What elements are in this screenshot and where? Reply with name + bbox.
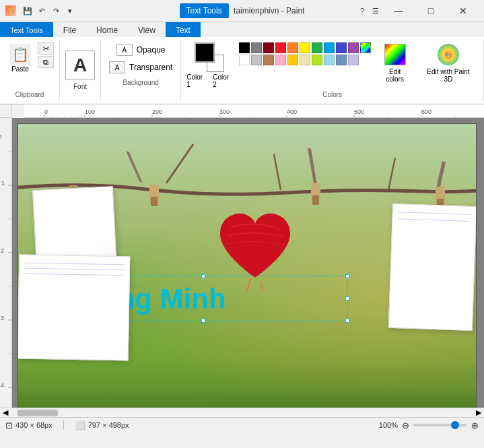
zoom-in-btn[interactable]: ⊕ [471,420,479,430]
help-icon[interactable]: ? [356,5,368,17]
color-cell[interactable] [300,42,310,53]
font-label: Font [73,83,87,90]
tab-text[interactable]: Text [166,22,201,37]
paste-button[interactable]: 📋 Paste [5,42,35,74]
color-cell[interactable] [251,42,262,53]
redo-quick-btn[interactable]: ↷ [50,5,62,17]
canvas-icon: ⬜ [75,420,85,430]
clipboard-label: Clipboard [15,91,44,98]
title-text: Text Tools taimienphivn - Paint [180,6,305,15]
selection-dimensions: 430 × 68px [15,421,53,429]
opaque-button[interactable]: A Opaque [114,42,168,57]
app-icon: 🎨 [5,5,16,16]
ruler-corner [0,104,12,118]
font-content: A Font [65,42,95,98]
title-bar: 🎨 💾 ↶ ↷ ▾ Text Tools taimienphivn - Pain… [0,0,484,22]
save-quick-btn[interactable]: 💾 [22,5,34,17]
color-cell[interactable] [275,42,286,53]
paste-icon: 📋 [9,44,31,65]
color-cell-rainbow[interactable] [360,42,371,53]
color-cell[interactable] [287,55,298,65]
color-cell[interactable] [348,55,359,65]
status-canvas-size: ⬜ 797 × 498px [75,420,129,430]
font-group: A Font [60,40,101,101]
transparent-icon: A [109,61,125,73]
canvas-dimensions: 797 × 498px [88,421,129,429]
color-cell[interactable] [275,55,286,65]
svg-rect-27 [0,118,12,408]
color-cell[interactable] [287,42,298,53]
copy-button[interactable]: ⧉ [38,56,54,68]
canvas-area: 0 1 2 3 4 [0,118,484,408]
color-cell[interactable] [239,42,250,53]
color1-box[interactable] [195,42,215,63]
transparent-button[interactable]: A Transparent [106,60,175,75]
color-cell[interactable] [324,55,335,65]
color-cell[interactable] [312,55,322,65]
handle-mr[interactable] [345,296,349,300]
color-cell[interactable] [239,55,250,65]
canvas-image[interactable]: Quang Minh [18,124,476,408]
color-cell[interactable] [263,55,274,65]
svg-text:0: 0 [0,135,3,138]
svg-rect-44 [312,195,319,205]
status-bar: ⊡ 430 × 68px ⬜ 797 × 498px 100% ⊖ ⊕ [0,417,484,433]
color-cell[interactable] [336,42,347,53]
options-icon[interactable]: ☰ [370,5,382,17]
tab-file[interactable]: File [53,22,86,37]
svg-text:600: 600 [421,108,431,115]
handle-tr[interactable] [345,274,349,278]
zoom-thumb[interactable] [451,421,459,429]
undo-quick-btn[interactable]: ↶ [36,5,48,17]
color-selectors: Color 1 Color 2 [186,42,232,88]
handle-br[interactable] [345,319,349,323]
edit-paint3d-button[interactable]: 🎨 Edit with Paint 3D [419,42,478,84]
cut-button[interactable]: ✂ [38,42,54,55]
font-button[interactable]: A [65,51,95,80]
close-button[interactable]: ✕ [448,0,479,22]
color-cell[interactable] [324,42,335,53]
color-cell[interactable] [336,55,347,65]
minimize-button[interactable]: — [383,0,414,22]
zoom-out-btn[interactable]: ⊖ [402,420,409,430]
background-label: Background [123,79,158,86]
ruler-horizontal-row: 0 100 200 300 400 500 600 [0,104,484,118]
scroll-left-btn[interactable]: ◀ [0,408,11,417]
paper-left-small [18,255,130,361]
canvas-image-container: Quang Minh [18,123,477,408]
clipboard-small-btns: ✂ ⧉ [38,42,54,68]
tab-home[interactable]: Home [86,22,128,37]
handle-bm[interactable] [201,319,205,323]
color-labels: Color 1 Color 2 [186,73,232,88]
edit-colors-button[interactable]: Edit colors [375,42,415,84]
title-bar-icons: 🎨 💾 ↶ ↷ ▾ [5,5,76,17]
scroll-thumb-h[interactable] [18,410,58,416]
color-palette [239,42,371,65]
maximize-button[interactable]: □ [415,0,446,22]
handle-tm[interactable] [201,274,205,278]
quick-access-toolbar: 💾 ↶ ↷ ▾ [22,5,76,17]
svg-line-50 [261,281,263,291]
tab-view[interactable]: View [128,22,166,37]
opaque-icon: A [116,44,133,56]
canvas-scroll-area[interactable]: Quang Minh [12,118,484,408]
scroll-right-btn[interactable]: ▶ [473,408,484,417]
color-cell[interactable] [312,42,322,53]
zoom-percent: 100% [379,421,398,429]
edit-colors-icon [384,44,406,65]
svg-text:200: 200 [152,108,162,115]
ruler-ticks: 0 100 200 300 400 500 600 [24,104,484,118]
color-cell[interactable] [348,42,359,53]
color-cell[interactable] [251,55,262,65]
paper-right [388,203,476,331]
text-tools-tab-label[interactable]: Text Tools [180,3,229,18]
clipboard-group: 📋 Paste ✂ ⧉ Clipboard [0,40,60,101]
ribbon-tabs: Text Tools File Home View Text [0,22,484,37]
color-cell[interactable] [263,42,274,53]
more-quick-btn[interactable]: ▾ [64,5,76,17]
horizontal-scrollbar[interactable]: ◀ ▶ [0,408,484,417]
zoom-slider[interactable] [413,424,467,426]
font-inner: A Font [65,51,95,90]
tab-text-tools[interactable]: Text Tools [0,22,53,37]
color-cell[interactable] [300,55,310,65]
